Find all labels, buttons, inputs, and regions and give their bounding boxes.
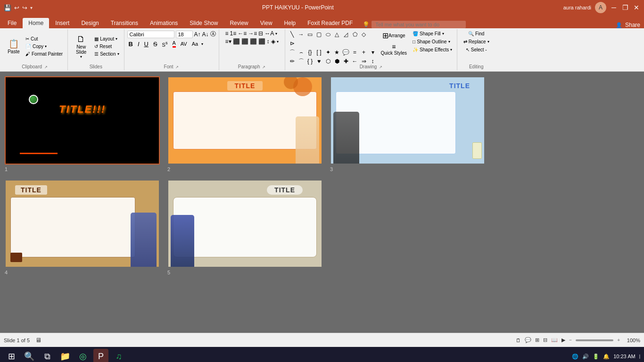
slide-item-5[interactable]: TITLE 5 bbox=[167, 180, 322, 275]
align-right-button[interactable]: ⬛ bbox=[250, 38, 257, 45]
font-size-input[interactable] bbox=[176, 31, 193, 38]
slideshow-button[interactable]: ▶ bbox=[561, 337, 565, 343]
rtriangle-shape[interactable]: ◿ bbox=[342, 30, 350, 39]
reset-button[interactable]: ↺ Reset bbox=[92, 43, 121, 50]
slide-thumb-1[interactable]: TITLE!!! bbox=[5, 76, 160, 165]
comments-button[interactable]: 💬 bbox=[525, 337, 531, 343]
shadow-button[interactable]: Ss bbox=[161, 40, 169, 48]
section-button[interactable]: ☰ Section ▾ bbox=[92, 50, 121, 58]
tab-foxit[interactable]: Foxit Reader PDF bbox=[302, 18, 358, 28]
align-text-button[interactable]: ≡▾ bbox=[225, 38, 231, 45]
sound-icon[interactable]: 🔊 bbox=[582, 354, 589, 360]
para-expand-icon[interactable]: ↗ bbox=[262, 65, 265, 69]
battery-icon[interactable]: 🔋 bbox=[593, 354, 599, 360]
drawing-expand-icon[interactable]: ↗ bbox=[379, 65, 382, 69]
replace-button[interactable]: ⇄ Replace ▾ bbox=[462, 38, 491, 45]
font-expand-arrow[interactable]: ▾ bbox=[201, 42, 203, 46]
align-center-button[interactable]: ⬛ bbox=[241, 38, 248, 45]
cut-button[interactable]: ✂ Cut bbox=[24, 35, 65, 42]
shape-fill-button[interactable]: 🪣 Shape Fill ▾ bbox=[411, 30, 454, 37]
start-button[interactable]: ⊞ bbox=[4, 349, 19, 362]
increase-indent-button[interactable]: →≡ bbox=[248, 30, 257, 37]
star4-shape[interactable]: ✦ bbox=[324, 48, 332, 57]
tab-review[interactable]: Review bbox=[224, 18, 254, 28]
select-button[interactable]: ↖ Select - bbox=[464, 46, 489, 53]
close-button[interactable]: ✕ bbox=[633, 4, 640, 11]
curve-shape[interactable]: ⌢ bbox=[297, 48, 305, 57]
redo-icon[interactable]: ↪ bbox=[22, 4, 27, 11]
clear-format-button[interactable]: Ⓐ bbox=[210, 30, 216, 38]
copy-button[interactable]: 📄 Copy ▾ bbox=[24, 43, 65, 50]
powerpoint-taskbar-button[interactable]: P bbox=[93, 349, 108, 362]
slide-thumb-5[interactable]: TITLE bbox=[167, 180, 322, 268]
accessibility-icon[interactable]: 🖥 bbox=[35, 337, 41, 344]
shapes-scroll[interactable]: ▾ bbox=[369, 48, 377, 57]
tab-animations[interactable]: Animations bbox=[144, 18, 183, 28]
search-taskbar-button[interactable]: 🔍 bbox=[22, 349, 37, 362]
undo-icon[interactable]: ↩ bbox=[14, 4, 19, 11]
decrease-font-button[interactable]: A↓ bbox=[202, 31, 209, 38]
tab-home[interactable]: Home bbox=[23, 18, 49, 28]
smartart-button[interactable]: ◈ bbox=[271, 38, 275, 45]
slide-item-3[interactable]: TITLE 3 bbox=[330, 76, 485, 172]
strikethrough-button[interactable]: S bbox=[152, 40, 159, 48]
italic-button[interactable]: I bbox=[136, 40, 141, 48]
quick-access-more[interactable]: ▾ bbox=[30, 5, 33, 10]
font-expand-icon[interactable]: ↗ bbox=[175, 65, 179, 69]
notification-icon[interactable]: 🔔 bbox=[603, 354, 610, 360]
save-icon[interactable]: 💾 bbox=[4, 4, 11, 11]
tab-file[interactable]: File bbox=[2, 18, 22, 28]
arrange-button[interactable]: ⊞ Arrange bbox=[379, 30, 409, 41]
columns-button[interactable]: ⊟ bbox=[258, 30, 263, 37]
quick-styles-button[interactable]: ≡ Quick Styles bbox=[379, 42, 409, 57]
user-avatar[interactable]: A bbox=[595, 2, 606, 13]
brace-shape[interactable]: [ ] bbox=[315, 48, 323, 57]
more-shapes-btn[interactable]: ⌒ bbox=[288, 48, 297, 57]
chrome-button[interactable]: ◎ bbox=[75, 349, 91, 362]
callout-shape[interactable]: 💬 bbox=[342, 48, 350, 57]
numbering-button[interactable]: 1≡ bbox=[230, 30, 237, 37]
chevron-shape[interactable]: ⊳ bbox=[288, 39, 297, 48]
tab-transitions[interactable]: Transitions bbox=[105, 18, 144, 28]
font-color-button[interactable]: A bbox=[171, 40, 177, 48]
increase-font-button[interactable]: A↑ bbox=[194, 31, 201, 38]
new-slide-button[interactable]: 🗋 New Slide ▾ bbox=[71, 33, 91, 60]
line-shape[interactable]: ╲ bbox=[288, 30, 297, 39]
pentagon-shape[interactable]: ⬠ bbox=[351, 30, 359, 39]
slide-item-4[interactable]: TITLE 4 bbox=[5, 180, 160, 275]
rect-shape[interactable]: ▭ bbox=[306, 30, 314, 39]
tab-help[interactable]: Help bbox=[279, 18, 302, 28]
char-spacing-button[interactable]: AV bbox=[179, 41, 189, 47]
zoom-slider[interactable] bbox=[576, 339, 613, 341]
shape-outline-button[interactable]: □ Shape Outline ▾ bbox=[411, 38, 454, 45]
line-spacing-button[interactable]: ↕ bbox=[267, 38, 270, 45]
text-direction-button[interactable]: ↔A bbox=[264, 30, 274, 37]
bold-button[interactable]: B bbox=[127, 40, 134, 48]
layout-button[interactable]: ▦ Layout ▾ bbox=[92, 35, 121, 42]
triangle-shape[interactable]: △ bbox=[333, 30, 341, 39]
underline-button[interactable]: U bbox=[143, 40, 150, 48]
search-input[interactable] bbox=[372, 21, 466, 28]
spotify-button[interactable]: ♫ bbox=[111, 349, 126, 362]
slide-item-2[interactable]: TITLE 2 bbox=[167, 76, 322, 172]
align-left-button[interactable]: ⬛ bbox=[233, 38, 240, 45]
case-button[interactable]: Aa bbox=[190, 41, 199, 47]
oval-shape[interactable]: ⬭ bbox=[324, 30, 332, 39]
shape-effects-button[interactable]: ✨ Shape Effects ▾ bbox=[411, 46, 454, 53]
notes-button[interactable]: 🗒 bbox=[516, 337, 521, 343]
rounded-rect-shape[interactable]: ▢ bbox=[315, 30, 323, 39]
zoom-plus[interactable]: + bbox=[617, 337, 620, 343]
arrow-shape[interactable]: → bbox=[297, 30, 305, 39]
slide-sorter-button[interactable]: ⊟ bbox=[543, 337, 547, 343]
plus-shape[interactable]: + bbox=[360, 48, 368, 57]
bracket-shape[interactable]: {} bbox=[306, 48, 314, 57]
reading-view-button[interactable]: 📖 bbox=[551, 337, 558, 343]
decrease-indent-button[interactable]: ←≡ bbox=[238, 30, 247, 37]
justify-button[interactable]: ⬛ bbox=[258, 38, 265, 45]
network-icon[interactable]: 🌐 bbox=[572, 354, 578, 360]
clipboard-expand-icon[interactable]: ↗ bbox=[44, 65, 48, 69]
task-view-button[interactable]: ⧉ bbox=[40, 349, 55, 362]
slide-thumb-4[interactable]: TITLE bbox=[5, 180, 160, 268]
show-desktop-button[interactable]: | bbox=[639, 354, 640, 359]
paste-button[interactable]: 📋 Paste bbox=[5, 38, 23, 55]
